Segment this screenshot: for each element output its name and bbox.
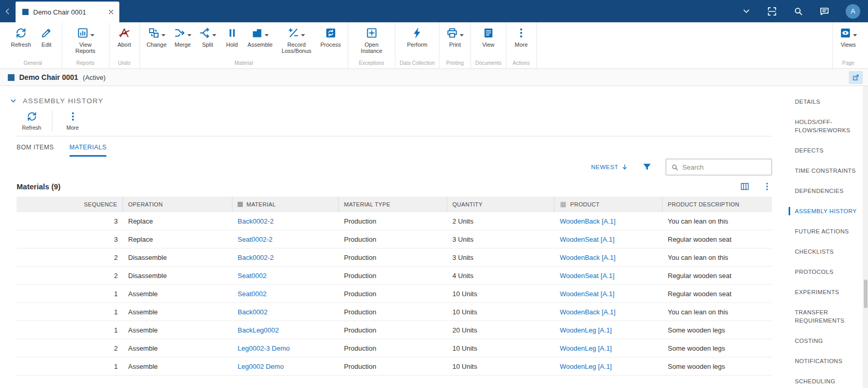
- columns-icon[interactable]: [740, 182, 750, 191]
- column-header-sequence[interactable]: SEQUENCE: [17, 197, 123, 212]
- sidebar-item-protocols[interactable]: PROTOCOLS: [789, 268, 863, 276]
- expand-page-button[interactable]: [849, 71, 863, 84]
- material-link[interactable]: Leg0002 Demo: [238, 363, 284, 370]
- ribbon-group-label: Documents: [474, 59, 503, 68]
- sidebar-item-future-actions[interactable]: FUTURE ACTIONS: [789, 227, 863, 235]
- search-input[interactable]: [682, 163, 767, 171]
- sidebar-item-costing[interactable]: COSTING: [789, 337, 863, 345]
- product-link[interactable]: WoodenBack [A.1]: [560, 217, 615, 225]
- print-icon: [446, 27, 458, 39]
- sidebar-item-experiments[interactable]: EXPERIMENTS: [789, 288, 863, 296]
- open-instance-button[interactable]: Open Instance: [351, 24, 392, 55]
- filter-icon[interactable]: [642, 162, 652, 172]
- sidebar-item-scheduling[interactable]: SCHEDULING: [789, 377, 863, 385]
- sidebar-item-details[interactable]: DETAILS: [789, 98, 863, 106]
- tab-bom-items[interactable]: BOM ITEMS: [17, 144, 54, 157]
- cell-sequence: 1: [17, 363, 123, 370]
- scan-icon[interactable]: [767, 6, 777, 17]
- panel-more-button[interactable]: More: [58, 109, 88, 131]
- main-panel: ASSEMBLY HISTORY Refresh More: [0, 86, 789, 388]
- material-link[interactable]: Seat0002-2: [238, 235, 272, 243]
- refresh-button[interactable]: Refresh: [7, 24, 35, 49]
- cell-sequence: 3: [17, 217, 123, 225]
- material-link[interactable]: BackLeg0002: [238, 326, 279, 334]
- cell-quantity: 10 Units: [447, 308, 555, 316]
- document-tab[interactable]: Demo Chair 0001: [16, 2, 119, 22]
- column-header-product[interactable]: PRODUCT: [555, 197, 663, 212]
- table-row[interactable]: 2 Assemble Leg0002-3 Demo Production 10 …: [17, 339, 772, 357]
- table-row[interactable]: 1 Assemble BackLeg0002 Production 20 Uni…: [17, 321, 772, 339]
- perform-button[interactable]: Perform: [403, 24, 431, 49]
- assemble-button[interactable]: Assemble: [244, 24, 276, 49]
- print-button[interactable]: Print: [443, 24, 467, 49]
- process-button[interactable]: Process: [316, 24, 345, 49]
- view-documents-icon: [483, 27, 494, 39]
- vertical-scrollbar[interactable]: [863, 86, 868, 388]
- views-button[interactable]: Views: [836, 24, 861, 49]
- feedback-icon[interactable]: [819, 6, 830, 17]
- table-row[interactable]: 1 Assemble Back0002 Production 10 Units …: [17, 303, 772, 321]
- column-header-quantity[interactable]: QUANTITY: [447, 197, 555, 212]
- panel-refresh-button[interactable]: Refresh: [17, 109, 47, 131]
- material-link[interactable]: Leg0002-3 Demo: [238, 344, 290, 352]
- edit-button[interactable]: Edit: [35, 24, 59, 49]
- sidebar-item-checklists[interactable]: CHECKLISTS: [789, 247, 863, 256]
- product-link[interactable]: WoodenLeg [A.1]: [560, 344, 612, 352]
- sort-control[interactable]: NEWEST: [591, 163, 628, 171]
- cell-operation: Assemble: [123, 363, 232, 370]
- more-icon[interactable]: [762, 182, 772, 191]
- sidebar-item-time-constraints[interactable]: TIME CONSTRAINTS: [789, 167, 863, 175]
- column-header-operation[interactable]: OPERATION: [123, 197, 232, 212]
- table-row[interactable]: 1 Assemble Leg0002 Demo Production 10 Un…: [17, 357, 772, 376]
- product-link[interactable]: WoodenSeat [A.1]: [560, 290, 614, 298]
- tab-materials[interactable]: MATERIALS: [70, 144, 107, 157]
- material-link[interactable]: Back0002-2: [238, 217, 273, 225]
- product-link[interactable]: WoodenSeat [A.1]: [560, 272, 614, 280]
- split-icon: [199, 27, 211, 39]
- column-header-material[interactable]: MATERIAL: [232, 197, 339, 212]
- material-link[interactable]: Back0002-2: [238, 254, 273, 261]
- table-row[interactable]: 3 Replace Seat0002-2 Production 3 Units …: [17, 230, 772, 248]
- material-link[interactable]: Seat0002: [238, 272, 267, 280]
- cell-quantity: 2 Units: [447, 217, 555, 225]
- back-chevron-icon[interactable]: [0, 7, 16, 16]
- material-link[interactable]: Seat0002: [238, 290, 267, 298]
- more-button[interactable]: More: [509, 24, 533, 49]
- table-row[interactable]: 2 Disassemble Seat0002 Production 4 Unit…: [17, 267, 772, 285]
- collapse-chevron-icon[interactable]: [9, 97, 17, 105]
- tab-list-chevron-icon[interactable]: [742, 7, 751, 16]
- cell-quantity: 20 Units: [447, 326, 555, 334]
- view-reports-button[interactable]: View Reports: [65, 24, 106, 55]
- table-row[interactable]: 1 Assemble Seat0002 Production 10 Units …: [17, 285, 772, 303]
- sidebar-item-holds-offflows-reworks[interactable]: HOLDS/OFF-FLOWS/REWORKS: [789, 118, 863, 134]
- sidebar-item-defects[interactable]: DEFECTS: [789, 146, 863, 155]
- dropdown-caret-icon: [265, 34, 269, 36]
- product-link[interactable]: WoodenBack [A.1]: [560, 308, 615, 316]
- product-link[interactable]: WoodenSeat [A.1]: [560, 235, 614, 243]
- record-loss-bonus-button[interactable]: Record Loss/Bonus: [276, 24, 316, 55]
- sidebar-item-dependencies[interactable]: DEPENDENCIES: [789, 187, 863, 195]
- sidebar-item-transfer-requirements[interactable]: TRANSFER REQUIREMENTS: [789, 308, 863, 325]
- change-button[interactable]: Change: [143, 24, 171, 49]
- close-icon[interactable]: [108, 9, 114, 15]
- table-row[interactable]: 3 Replace Back0002-2 Production 2 Units …: [17, 212, 772, 230]
- abort-button[interactable]: Abort: [113, 24, 136, 49]
- product-link[interactable]: WoodenLeg [A.1]: [560, 363, 612, 370]
- split-button[interactable]: Split: [195, 24, 220, 49]
- product-link[interactable]: WoodenBack [A.1]: [560, 254, 615, 261]
- dropdown-caret-icon: [460, 34, 464, 36]
- table-row[interactable]: 2 Disassemble Back0002-2 Production 3 Un…: [17, 248, 772, 267]
- sidebar-item-assembly-history[interactable]: ASSEMBLY HISTORY: [789, 207, 863, 215]
- avatar[interactable]: A: [846, 4, 860, 19]
- column-header-material-type[interactable]: MATERIAL TYPE: [339, 197, 447, 212]
- column-header-product-description[interactable]: PRODUCT DESCRIPTION: [663, 197, 772, 212]
- view-documents-button[interactable]: View: [476, 24, 500, 49]
- material-link[interactable]: Back0002: [238, 308, 268, 316]
- search-icon[interactable]: [793, 6, 803, 16]
- sidebar-item-notifications[interactable]: NOTIFICATIONS: [789, 357, 863, 365]
- scrollbar-thumb[interactable]: [864, 280, 867, 308]
- cell-product-description: You can lean on this: [663, 254, 772, 261]
- merge-button[interactable]: Merge: [170, 24, 195, 49]
- hold-button[interactable]: Hold: [220, 24, 244, 49]
- product-link[interactable]: WoodenLeg [A.1]: [560, 326, 612, 334]
